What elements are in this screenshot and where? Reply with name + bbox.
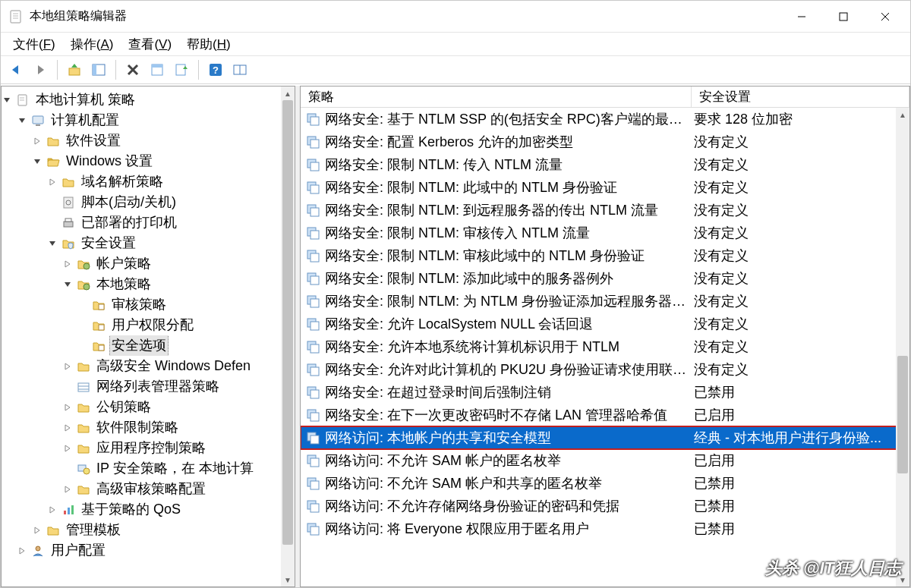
svg-rect-36 xyxy=(64,222,73,227)
minimize-button[interactable] xyxy=(780,4,822,30)
list-row[interactable]: 网络访问: 本地帐户的共享和安全模型经典 - 对本地用户进行身份验... xyxy=(301,426,909,449)
tree-item[interactable]: 用户权限分配 xyxy=(3,315,295,335)
list-row[interactable]: 网络安全: 在下一次更改密码时不存储 LAN 管理器哈希值已启用 xyxy=(301,404,909,426)
list-row[interactable]: 网络访问: 不允许 SAM 帐户的匿名枚举已启用 xyxy=(301,449,909,472)
tree-item[interactable]: 审核策略 xyxy=(3,294,295,315)
tree-item[interactable]: 应用程序控制策略 xyxy=(3,438,295,458)
tb-help[interactable]: ? xyxy=(205,59,226,80)
menu-view[interactable]: 查看(V) xyxy=(121,34,179,55)
chevron-down-icon[interactable] xyxy=(18,117,30,124)
scroll-down-icon[interactable]: ▼ xyxy=(281,573,295,586)
tb-back[interactable] xyxy=(5,59,27,80)
tree-item[interactable]: 基于策略的 QoS xyxy=(3,499,295,520)
maximize-button[interactable] xyxy=(822,4,864,30)
tree-item[interactable]: 用户配置 xyxy=(3,540,295,561)
list-row[interactable]: 网络安全: 允许 LocalSystem NULL 会话回退没有定义 xyxy=(301,313,909,335)
list-row[interactable]: 网络安全: 限制 NTLM: 添加此域中的服务器例外没有定义 xyxy=(301,267,909,290)
shield-icon xyxy=(61,236,76,251)
chevron-right-icon[interactable] xyxy=(64,445,76,452)
list-row[interactable]: 网络安全: 限制 NTLM: 审核此域中的 NTLM 身份验证没有定义 xyxy=(301,244,909,267)
policy-icon xyxy=(305,180,320,195)
list-row[interactable]: 网络安全: 限制 NTLM: 传入 NTLM 流量没有定义 xyxy=(301,153,909,176)
list-row[interactable]: 网络安全: 允许本地系统将计算机标识用于 NTLM没有定义 xyxy=(301,335,909,358)
policy-icon xyxy=(305,271,320,286)
tree-item[interactable]: 网络列表管理器策略 xyxy=(3,376,295,397)
tree-item[interactable]: 安全选项 xyxy=(3,335,295,356)
tree-item-label: 已部署的打印机 xyxy=(79,212,179,233)
menu-file[interactable]: 文件(F) xyxy=(5,34,63,55)
netlist-icon xyxy=(76,379,91,395)
tree-scrollbar[interactable]: ▲ ▼ xyxy=(281,86,295,586)
titlebar: 本地组策略编辑器 xyxy=(1,1,910,33)
tree[interactable]: 本地计算机 策略计算机配置软件设置Windows 设置域名解析策略 脚本(启动/… xyxy=(2,86,295,586)
list-row[interactable]: 网络安全: 在超过登录时间后强制注销已禁用 xyxy=(301,381,909,404)
tree-item[interactable]: 安全设置 xyxy=(3,233,295,253)
list-row[interactable]: 网络访问: 将 Everyone 权限应用于匿名用户已禁用 xyxy=(301,517,909,540)
tree-item[interactable]: 软件限制策略 xyxy=(3,417,295,438)
tree-item[interactable]: 域名解析策略 xyxy=(3,171,295,192)
chevron-right-icon[interactable] xyxy=(33,137,46,145)
list-row[interactable]: 网络安全: 限制 NTLM: 到远程服务器的传出 NTLM 流量没有定义 xyxy=(301,199,909,222)
close-button[interactable] xyxy=(864,4,906,30)
tree-item[interactable]: Windows 设置 xyxy=(3,151,295,171)
list-row[interactable]: 网络安全: 基于 NTLM SSP 的(包括安全 RPC)客户端的最小...要求… xyxy=(301,108,909,130)
folder-icon xyxy=(76,441,91,456)
tree-item[interactable]: 管理模板 xyxy=(3,520,295,540)
list-row[interactable]: 网络访问: 不允许 SAM 帐户和共享的匿名枚举已禁用 xyxy=(301,472,909,495)
tb-properties[interactable] xyxy=(147,59,168,80)
policy-setting: 没有定义 xyxy=(692,201,905,219)
tree-item[interactable]: 软件设置 xyxy=(3,130,295,151)
chevron-down-icon[interactable] xyxy=(33,158,46,165)
list-body[interactable]: 网络安全: 基于 NTLM SSP 的(包括安全 RPC)客户端的最小...要求… xyxy=(301,108,909,586)
chevron-right-icon[interactable] xyxy=(18,547,30,555)
chevron-right-icon[interactable] xyxy=(64,486,76,493)
list-scrollbar[interactable]: ▲ ▼ xyxy=(896,108,909,586)
list-row[interactable]: 网络安全: 限制 NTLM: 此域中的 NTLM 身份验证没有定义 xyxy=(301,176,909,199)
tree-item[interactable]: 公钥策略 xyxy=(3,397,295,417)
chevron-down-icon[interactable] xyxy=(64,281,76,288)
tb-show-tree[interactable] xyxy=(88,59,109,80)
tb-export[interactable] xyxy=(171,59,192,80)
tree-item[interactable]: 高级安全 Windows Defen xyxy=(3,356,295,376)
chevron-right-icon[interactable] xyxy=(64,260,76,268)
svg-marker-33 xyxy=(50,179,55,185)
policy-name: 网络安全: 在超过登录时间后强制注销 xyxy=(325,383,692,401)
tb-forward[interactable] xyxy=(30,59,51,80)
list-row[interactable]: 网络访问: 不允许存储网络身份验证的密码和凭据已禁用 xyxy=(301,495,909,517)
scroll-up-icon[interactable]: ▲ xyxy=(896,108,909,121)
list-row[interactable]: 网络安全: 限制 NTLM: 审核传入 NTLM 流量没有定义 xyxy=(301,222,909,244)
tree-item[interactable]: 本地策略 xyxy=(3,274,295,294)
col-setting[interactable]: 安全设置 xyxy=(692,86,909,107)
chevron-right-icon[interactable] xyxy=(33,527,46,534)
svg-rect-94 xyxy=(310,458,319,467)
tb-delete[interactable] xyxy=(122,59,143,80)
chevron-down-icon[interactable] xyxy=(3,96,15,104)
tree-item[interactable]: 高级审核策略配置 xyxy=(3,479,295,499)
app-window: 本地组策略编辑器 文件(F) 操作(A) 查看(V) 帮助(H) ? 本地计算机… xyxy=(0,0,911,588)
svg-rect-96 xyxy=(310,481,319,489)
tree-item[interactable]: 帐户策略 xyxy=(3,253,295,274)
tree-item[interactable]: IP 安全策略，在 本地计算 xyxy=(3,458,295,479)
chevron-down-icon[interactable] xyxy=(49,240,61,247)
menu-help[interactable]: 帮助(H) xyxy=(179,34,238,55)
tree-item[interactable]: 本地计算机 策略 xyxy=(3,90,295,110)
menu-action[interactable]: 操作(A) xyxy=(63,34,121,55)
tb-up[interactable] xyxy=(64,59,85,80)
list-row[interactable]: 网络安全: 配置 Kerberos 允许的加密类型没有定义 xyxy=(301,130,909,153)
scroll-up-icon[interactable]: ▲ xyxy=(281,86,295,100)
chevron-right-icon[interactable] xyxy=(49,178,61,186)
tree-item[interactable]: 脚本(启动/关机) xyxy=(3,192,295,212)
chevron-right-icon[interactable] xyxy=(64,424,76,432)
chevron-right-icon[interactable] xyxy=(64,404,76,411)
scroll-down-icon[interactable]: ▼ xyxy=(896,573,909,586)
chevron-right-icon[interactable] xyxy=(49,506,61,514)
tree-item[interactable]: 已部署的打印机 xyxy=(3,212,295,233)
tree-item-label: 脚本(启动/关机) xyxy=(79,192,178,212)
svg-rect-98 xyxy=(310,504,319,512)
tb-tile[interactable] xyxy=(229,59,251,80)
col-policy[interactable]: 策略 xyxy=(301,86,692,107)
list-row[interactable]: 网络安全: 允许对此计算机的 PKU2U 身份验证请求使用联机...没有定义 xyxy=(301,358,909,381)
chevron-right-icon[interactable] xyxy=(64,363,76,370)
list-row[interactable]: 网络安全: 限制 NTLM: 为 NTLM 身份验证添加远程服务器例...没有定… xyxy=(301,290,909,313)
tree-item[interactable]: 计算机配置 xyxy=(3,110,295,130)
